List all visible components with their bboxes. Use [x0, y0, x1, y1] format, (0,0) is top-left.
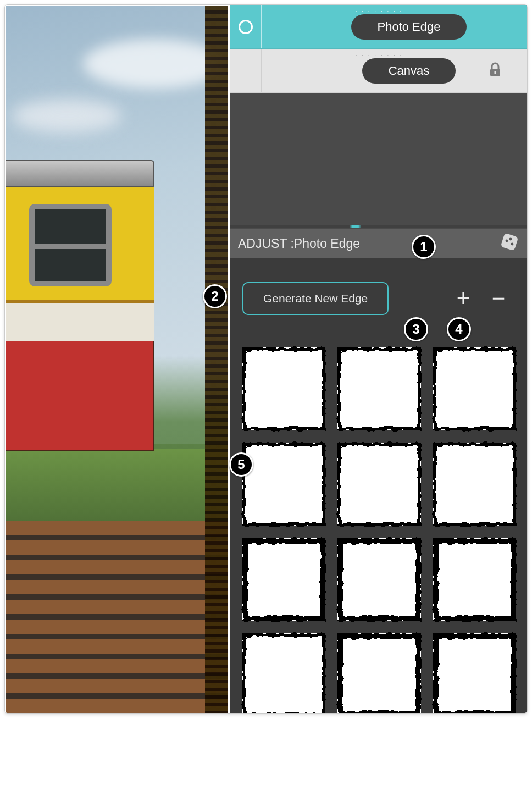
svg-point-4 [509, 238, 512, 241]
canvas-image [6, 6, 228, 713]
edge-preset-thumb[interactable] [242, 538, 325, 621]
separator [242, 333, 516, 333]
edge-preset-thumb[interactable] [337, 347, 420, 430]
layers-scrollbar[interactable] [230, 225, 528, 228]
grip-dots-icon: · · · · · · · · [356, 8, 403, 14]
app-frame: · · · · · · · · Photo Edge · · · · · · ·… [4, 4, 528, 714]
layers-empty-area [230, 93, 528, 229]
edge-preset-thumb[interactable] [433, 443, 516, 526]
edge-preset-thumb[interactable] [337, 443, 420, 526]
edge-preset-thumb[interactable] [433, 633, 516, 714]
svg-point-3 [506, 240, 508, 242]
svg-rect-1 [495, 71, 496, 74]
layer-row-canvas[interactable]: · · · · · · · · Canvas [230, 49, 528, 93]
canvas-preview [5, 5, 230, 713]
decrease-button[interactable]: − [481, 285, 516, 312]
edge-preset-grid [242, 347, 516, 714]
layer-visibility-toggle[interactable] [230, 5, 262, 48]
layer-visibility-toggle[interactable] [230, 49, 262, 92]
adjust-panel-body: Generate New Edge + − [230, 258, 528, 713]
dice-icon[interactable] [501, 233, 518, 254]
svg-point-5 [511, 243, 514, 246]
edge-preset-thumb[interactable] [242, 633, 325, 714]
layer-row-photo-edge[interactable]: · · · · · · · · Photo Edge [230, 5, 528, 49]
svg-rect-2 [501, 233, 518, 251]
layer-label: Photo Edge [351, 14, 467, 40]
adjust-panel-header: ADJUST : Photo Edge [230, 229, 528, 258]
increase-button[interactable]: + [446, 285, 481, 312]
side-panel: · · · · · · · · Photo Edge · · · · · · ·… [230, 5, 528, 713]
adjust-header-name: Photo Edge [294, 236, 360, 251]
edge-preset-thumb[interactable] [242, 443, 325, 526]
lock-icon [489, 62, 502, 80]
edge-preset-thumb[interactable] [337, 633, 420, 714]
grip-dots-icon: · · · · · · · · [356, 52, 403, 58]
generate-new-edge-button[interactable]: Generate New Edge [242, 282, 389, 315]
edge-preset-thumb[interactable] [433, 347, 516, 430]
visibility-ring-icon [239, 20, 253, 34]
adjust-header-prefix: ADJUST : [238, 236, 294, 251]
edge-preset-thumb[interactable] [337, 538, 420, 621]
edge-preset-thumb[interactable] [433, 538, 516, 621]
edge-preset-thumb[interactable] [242, 347, 325, 430]
layer-label: Canvas [362, 58, 456, 84]
